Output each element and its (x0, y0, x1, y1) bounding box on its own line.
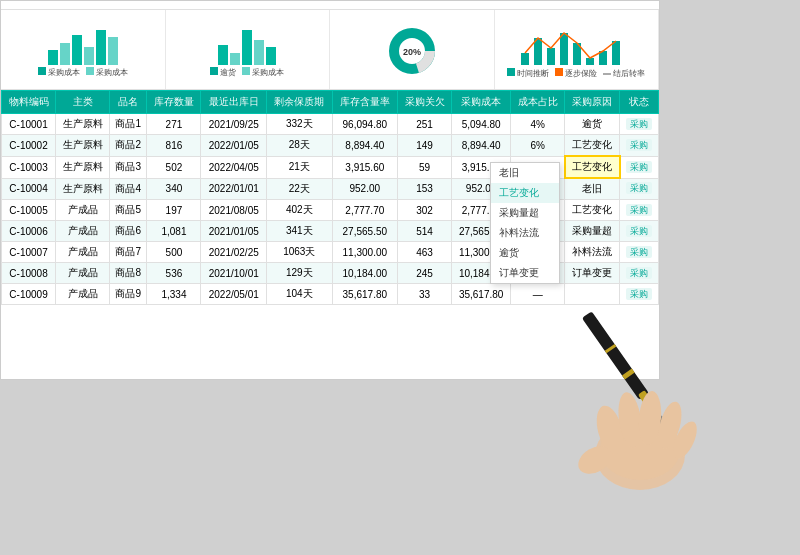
chart-purchase-bars (218, 25, 276, 65)
bar-1 (48, 50, 58, 65)
cell-4-6: 2,777.70 (332, 200, 398, 221)
cell-7-4: 2021/10/01 (201, 263, 267, 284)
dd-item-overstock[interactable]: 采购量超 (491, 203, 559, 223)
line-svg (516, 23, 636, 68)
cell-1-8: 8,894.40 (452, 135, 511, 157)
cell-5-6: 27,565.50 (332, 221, 398, 242)
svg-rect-8 (586, 58, 594, 65)
svg-rect-3 (521, 53, 529, 65)
pbar-2 (230, 53, 240, 65)
cell-6-5: 1063天 (267, 242, 333, 263)
chart-donut: 20% (330, 10, 495, 89)
legend2-item1: 逾货 (210, 67, 236, 78)
cell-4-10[interactable]: 工艺变化 (565, 200, 620, 221)
cell-2-2: 商品3 (110, 156, 147, 178)
cell-0-4: 2021/09/25 (201, 114, 267, 135)
cell-1-10[interactable]: 工艺变化 (565, 135, 620, 157)
cell-3-7: 153 (398, 178, 452, 200)
svg-rect-6 (560, 33, 568, 65)
cell-7-6: 10,184.00 (332, 263, 398, 284)
status-badge: 采购 (626, 161, 652, 173)
cell-1-4: 2022/01/05 (201, 135, 267, 157)
cell-6-1: 产成品 (56, 242, 110, 263)
chart-risk-bars (48, 25, 118, 65)
dd-item-old[interactable]: 老旧 (491, 163, 559, 183)
cell-1-0: C-10002 (2, 135, 56, 157)
bar-3 (72, 35, 82, 65)
col-rate: 库存含量率 (332, 91, 398, 114)
cell-0-2: 商品1 (110, 114, 147, 135)
table-row: C-10002生产原料商品28162022/01/0528天8,894.4014… (2, 135, 659, 157)
bar-2 (60, 43, 70, 65)
legend4-item2: 逐步保险 (555, 68, 597, 79)
cell-1-9: 6% (511, 135, 565, 157)
cell-5-1: 产成品 (56, 221, 110, 242)
cell-6-6: 11,300.00 (332, 242, 398, 263)
cell-7-2: 商品8 (110, 263, 147, 284)
cell-2-5: 21天 (267, 156, 333, 178)
svg-text:20%: 20% (403, 47, 421, 57)
svg-rect-5 (547, 48, 555, 65)
cell-3-11: 采购 (620, 178, 659, 200)
legend-item2: 采购成本 (86, 67, 128, 78)
cell-4-4: 2021/08/05 (201, 200, 267, 221)
col-date: 最近出库日 (201, 91, 267, 114)
status-badge: 采购 (626, 204, 652, 216)
cell-6-0: C-10007 (2, 242, 56, 263)
cell-4-5: 402天 (267, 200, 333, 221)
chart-legend: 采购成本 采购成本 (38, 67, 128, 78)
cell-4-1: 产成品 (56, 200, 110, 221)
hand-pen-decoration (540, 235, 740, 515)
col-code: 物料编码 (2, 91, 56, 114)
bar-6 (108, 37, 118, 65)
cell-3-4: 2022/01/01 (201, 178, 267, 200)
cell-2-4: 2022/04/05 (201, 156, 267, 178)
status-badge: 采购 (626, 139, 652, 151)
col-status: 状态 (620, 91, 659, 114)
cell-3-0: C-10004 (2, 178, 56, 200)
chart-purchase: 逾货 采购成本 (166, 10, 331, 89)
cell-2-1: 生产原料 (56, 156, 110, 178)
cell-5-5: 341天 (267, 221, 333, 242)
cell-4-3: 197 (147, 200, 201, 221)
col-reason: 采购原因 (565, 91, 620, 114)
cell-4-11: 采购 (620, 200, 659, 221)
cell-2-3: 502 (147, 156, 201, 178)
cell-4-0: C-10005 (2, 200, 56, 221)
cell-2-10[interactable]: 工艺变化 (565, 156, 620, 178)
cell-1-5: 28天 (267, 135, 333, 157)
dd-item-process[interactable]: 工艺变化 (491, 183, 559, 203)
cell-0-5: 332天 (267, 114, 333, 135)
legend4-item3: 结后转率 (603, 68, 645, 79)
bar-4 (84, 47, 94, 65)
cell-1-11: 采购 (620, 135, 659, 157)
cell-4-2: 商品5 (110, 200, 147, 221)
cell-5-7: 514 (398, 221, 452, 242)
chart4-legend: 时间推断 逐步保险 结后转率 (507, 68, 645, 79)
table-row: C-10001生产原料商品12712021/09/25332天96,094.80… (2, 114, 659, 135)
cell-0-11: 采购 (620, 114, 659, 135)
cell-2-6: 3,915.60 (332, 156, 398, 178)
cell-7-1: 产成品 (56, 263, 110, 284)
cell-0-1: 生产原料 (56, 114, 110, 135)
cell-5-4: 2021/01/05 (201, 221, 267, 242)
cell-6-4: 2021/02/25 (201, 242, 267, 263)
cell-0-9: 4% (511, 114, 565, 135)
cell-5-0: C-10006 (2, 221, 56, 242)
cell-7-0: C-10008 (2, 263, 56, 284)
bar-5 (96, 30, 106, 65)
summary-row (1, 1, 659, 10)
cell-6-7: 463 (398, 242, 452, 263)
cell-1-6: 8,894.40 (332, 135, 398, 157)
col-demand: 采购关欠 (398, 91, 452, 114)
donut-svg: 20% (387, 26, 437, 76)
cell-2-11: 采购 (620, 156, 659, 178)
cell-3-3: 340 (147, 178, 201, 200)
cell-8-0: C-10009 (2, 284, 56, 305)
cell-0-10[interactable]: 逾货 (565, 114, 620, 135)
cell-3-6: 952.00 (332, 178, 398, 200)
cell-3-10[interactable]: 老旧 (565, 178, 620, 200)
cell-1-7: 149 (398, 135, 452, 157)
cell-8-1: 产成品 (56, 284, 110, 305)
cell-0-3: 271 (147, 114, 201, 135)
